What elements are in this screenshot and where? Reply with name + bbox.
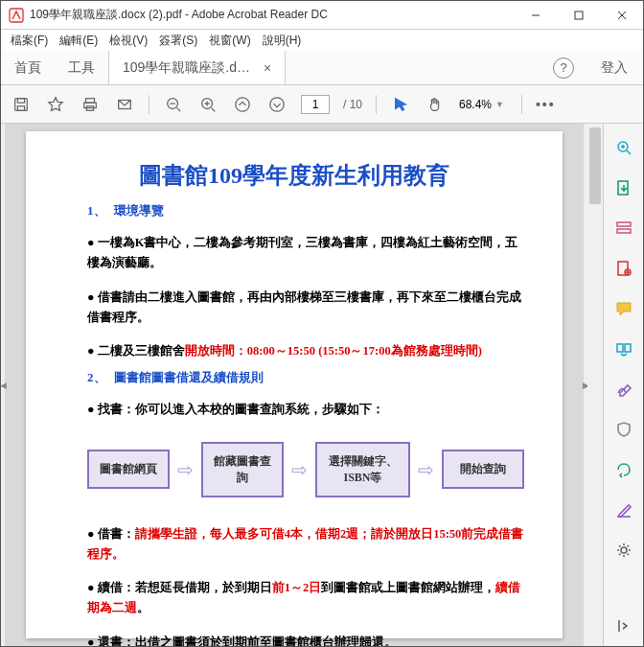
page-down-icon[interactable] <box>266 94 288 115</box>
svg-rect-6 <box>17 98 24 103</box>
doc-title: 圖書館109學年度新生利用教育 <box>64 160 524 191</box>
tab-document-label: 109學年親職座談.d… <box>123 59 250 77</box>
protect-icon[interactable] <box>613 419 634 440</box>
svg-rect-8 <box>86 98 95 103</box>
pdf-page: 圖書館109學年度新生利用教育 1、環境導覽 一樓為K書中心，二樓為參考期刊室，… <box>26 131 563 638</box>
page-total: / 10 <box>343 98 362 111</box>
bullet-floors: 一樓為K書中心，二樓為參考期刊室，三樓為書庫，四樓為紅土藝術空間，五樓為演藝廳。 <box>87 233 524 274</box>
menu-edit[interactable]: 編輯(E) <box>54 33 104 49</box>
svg-rect-5 <box>15 98 28 110</box>
search-pane-icon[interactable] <box>613 137 634 158</box>
bullet-search: 找書：你可以進入本校的圖書查詢系統，步驟如下： <box>87 400 524 420</box>
arrow-icon: ⇨ <box>291 458 308 481</box>
tab-document[interactable]: 109學年親職座談.d… × <box>108 51 286 84</box>
vertical-scrollbar[interactable] <box>587 124 603 646</box>
sec2-title: 圖書館圖書借還及續借規則 <box>114 370 264 384</box>
toolbar: / 10 68.4% ▼ ••• <box>1 85 643 124</box>
bullet-open-hours: 二樓及三樓館舍開放時間：08:00～15:50 (15:50～17:00為館務處… <box>87 341 524 361</box>
sec2-num: 2、 <box>87 369 114 386</box>
login-button[interactable]: 登入 <box>586 59 643 77</box>
print-icon[interactable] <box>80 94 101 115</box>
save-icon[interactable] <box>11 94 32 115</box>
collapse-pane-icon[interactable] <box>613 615 634 636</box>
svg-rect-27 <box>617 229 631 233</box>
chevron-down-icon: ▼ <box>495 100 504 109</box>
zoom-in-icon[interactable] <box>197 94 218 115</box>
edit-pdf-icon[interactable] <box>613 258 634 279</box>
scroll-thumb[interactable] <box>589 127 601 204</box>
menu-window[interactable]: 視窗(W) <box>203 33 256 49</box>
svg-rect-9 <box>84 103 97 107</box>
menu-view[interactable]: 檢視(V) <box>104 33 153 49</box>
zoom-select[interactable]: 68.4% ▼ <box>459 98 508 111</box>
svg-point-35 <box>621 547 627 553</box>
window-title: 109學年親職座談.docx (2).pdf - Adobe Acrobat R… <box>30 7 514 23</box>
menu-help[interactable]: 說明(H) <box>257 33 308 49</box>
tabbar: 首頁 工具 109學年親職座談.d… × ? 登入 <box>1 51 643 85</box>
tab-home[interactable]: 首頁 <box>1 51 55 84</box>
bullet-borrow: 借書：請攜學生證，每人最多可借4本，借期2週；請於開放日15:50前完成借書程序… <box>87 524 524 566</box>
svg-line-13 <box>177 107 181 111</box>
svg-rect-28 <box>618 262 628 275</box>
hand-tool-icon[interactable] <box>425 94 446 115</box>
fill-sign-icon[interactable] <box>613 499 634 520</box>
more-tools-icon[interactable] <box>613 540 634 561</box>
flow-step4: 開始查詢 <box>442 450 524 489</box>
bullet-return: 還書：出借之圖書須於到期前至圖書館櫃台辦理歸還。 <box>87 633 524 647</box>
organize-icon[interactable] <box>613 338 634 359</box>
svg-line-16 <box>212 107 216 111</box>
minimize-button[interactable] <box>514 1 557 30</box>
svg-rect-33 <box>625 344 631 352</box>
menubar: 檔案(F) 編輯(E) 檢視(V) 簽署(S) 視窗(W) 說明(H) <box>1 30 643 51</box>
menu-file[interactable]: 檔案(F) <box>5 33 54 49</box>
bullet-borrow-path: 借書請由二樓進入圖書館，再由內部樓梯至三樓書庫，再下來至二樓櫃台完成借書程序。 <box>87 288 524 329</box>
arrow-icon: ⇨ <box>418 458 434 481</box>
more-tools-button[interactable]: ••• <box>536 97 556 112</box>
svg-line-22 <box>627 150 631 154</box>
close-button[interactable] <box>600 1 643 30</box>
tab-tools[interactable]: 工具 <box>55 51 108 84</box>
flow-step1: 圖書館網頁 <box>87 450 170 489</box>
sign-icon[interactable] <box>613 379 634 400</box>
document-viewport[interactable]: 圖書館109學年度新生利用教育 1、環境導覽 一樓為K書中心，二樓為參考期刊室，… <box>5 124 584 646</box>
svg-point-19 <box>236 97 249 110</box>
page-up-icon[interactable] <box>232 94 253 115</box>
app-icon <box>9 8 24 23</box>
right-tool-pane <box>603 124 643 646</box>
star-icon[interactable] <box>45 94 66 115</box>
compress-icon[interactable] <box>613 459 634 480</box>
zoom-out-icon[interactable] <box>163 94 184 115</box>
sec1-num: 1、 <box>87 202 114 220</box>
svg-rect-7 <box>17 105 24 110</box>
svg-rect-26 <box>617 222 631 226</box>
sec1-title: 環境導覽 <box>114 203 164 218</box>
tab-close-button[interactable]: × <box>264 60 271 76</box>
flow-step2: 館藏圖書查詢 <box>201 442 284 497</box>
svg-point-20 <box>270 97 284 110</box>
selection-tool-icon[interactable] <box>390 94 411 115</box>
svg-rect-2 <box>575 12 583 19</box>
mail-icon[interactable] <box>114 94 135 115</box>
bullet-renew: 續借：若想延長借期，於到期日前1～2日到圖書館或上圖書館網站辦理，續借期為二週。 <box>87 578 524 619</box>
page-number-input[interactable] <box>301 95 330 114</box>
zoom-value: 68.4% <box>459 98 492 111</box>
help-button[interactable]: ? <box>553 58 574 79</box>
menu-sign[interactable]: 簽署(S) <box>153 33 203 49</box>
create-pdf-icon[interactable] <box>613 218 634 239</box>
flow-diagram: 圖書館網頁 ⇨ 館藏圖書查詢 ⇨ 選擇關鍵字、ISBN等 ⇨ 開始查詢 <box>87 442 524 497</box>
maximize-button[interactable] <box>557 1 600 30</box>
arrow-icon: ⇨ <box>177 458 194 481</box>
svg-rect-32 <box>617 344 623 352</box>
flow-step3: 選擇關鍵字、ISBN等 <box>315 442 410 497</box>
comment-icon[interactable] <box>613 298 634 319</box>
export-pdf-icon[interactable] <box>613 177 634 198</box>
